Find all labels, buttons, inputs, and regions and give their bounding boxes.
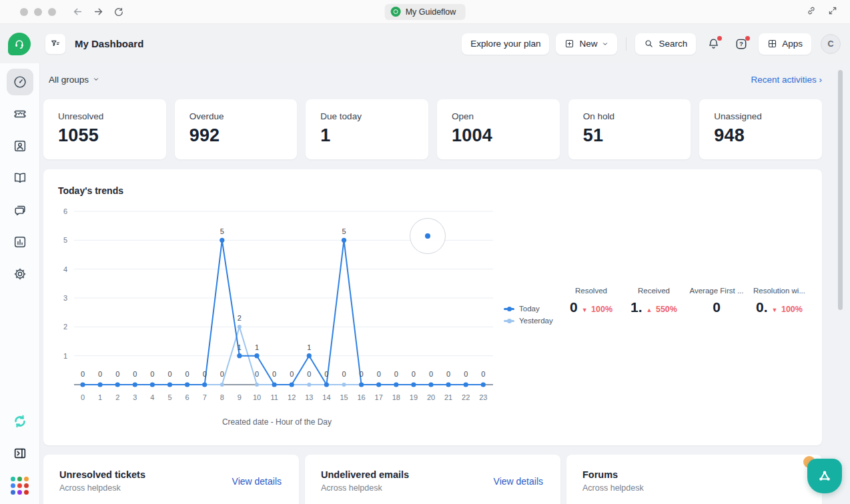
- svg-text:14: 14: [322, 393, 330, 401]
- notifications-button[interactable]: [703, 33, 724, 55]
- bottom-card[interactable]: ForumsAcross helpdesk: [566, 455, 822, 504]
- share-link-icon[interactable]: [806, 5, 817, 19]
- svg-text:5: 5: [63, 236, 67, 244]
- back-icon[interactable]: [72, 6, 83, 17]
- forward-icon[interactable]: [93, 6, 104, 17]
- svg-text:1: 1: [238, 343, 242, 351]
- apps-button[interactable]: Apps: [759, 33, 811, 55]
- arrow-down-icon: ▼: [772, 307, 778, 313]
- stat-card-label: On hold: [583, 111, 677, 121]
- stat-card[interactable]: On hold51: [568, 99, 691, 159]
- groups-dropdown[interactable]: All groups: [49, 75, 99, 85]
- apps-grid-icon: [767, 39, 777, 49]
- svg-text:0: 0: [220, 370, 224, 378]
- svg-text:0: 0: [307, 370, 311, 378]
- stat-card[interactable]: Due today1: [306, 99, 428, 159]
- notification-badge: [717, 36, 722, 41]
- trend-metrics: Resolved0▼ 100%Received1.▲ 550%Average F…: [563, 287, 807, 315]
- groups-label: All groups: [49, 75, 89, 85]
- metric-change: ▼ 100%: [772, 305, 803, 314]
- svg-text:2: 2: [63, 323, 67, 331]
- sidebar-item-sync[interactable]: [7, 408, 33, 435]
- sidebar-item-expand-panel[interactable]: [7, 440, 33, 467]
- bottom-card-subtitle: Across helpdesk: [582, 483, 644, 493]
- sidebar-item-dashboard[interactable]: [7, 69, 33, 95]
- book-icon: [13, 171, 27, 185]
- svg-text:4: 4: [63, 265, 67, 273]
- browser-tab[interactable]: My Guideflow: [385, 4, 466, 20]
- view-details-link[interactable]: View details: [494, 476, 543, 487]
- svg-text:21: 21: [444, 393, 452, 401]
- apps-label: Apps: [782, 39, 803, 49]
- svg-text:0: 0: [115, 370, 119, 378]
- legend-item[interactable]: Today: [504, 305, 553, 313]
- vertical-scrollbar[interactable]: [838, 70, 843, 310]
- svg-text:0: 0: [324, 370, 328, 378]
- filter-icon: [50, 39, 61, 49]
- stat-card-value: 948: [714, 125, 807, 146]
- svg-text:5: 5: [220, 227, 224, 235]
- freshdesk-logo[interactable]: [8, 33, 31, 55]
- svg-text:0: 0: [429, 370, 433, 378]
- sidebar-item-admin[interactable]: [7, 261, 33, 287]
- legend-item[interactable]: Yesterday: [504, 317, 553, 325]
- view-details-link[interactable]: View details: [232, 476, 282, 487]
- stat-card[interactable]: Unresolved1055: [43, 99, 166, 159]
- sidebar-item-app-switcher[interactable]: [7, 472, 33, 499]
- svg-text:0: 0: [98, 370, 102, 378]
- metric-label: Average First ...: [689, 287, 745, 295]
- svg-text:11: 11: [270, 393, 278, 401]
- window-dot[interactable]: [20, 8, 28, 16]
- explore-plan-button[interactable]: Explore your plan: [462, 33, 549, 55]
- svg-text:19: 19: [410, 393, 418, 401]
- svg-text:6: 6: [185, 393, 189, 401]
- help-button[interactable]: ?: [731, 33, 752, 55]
- plus-square-icon: [564, 39, 574, 49]
- dashboard-filter-button[interactable]: [45, 34, 65, 54]
- search-label: Search: [659, 39, 687, 49]
- svg-text:1: 1: [98, 393, 102, 401]
- svg-text:1: 1: [307, 343, 311, 351]
- stat-card[interactable]: Overdue992: [175, 99, 298, 159]
- page-title: My Dashboard: [75, 38, 143, 49]
- stat-card-label: Open: [452, 111, 545, 121]
- reload-icon[interactable]: [113, 7, 124, 17]
- svg-text:0: 0: [185, 370, 189, 378]
- svg-text:0: 0: [412, 370, 416, 378]
- bottom-card[interactable]: Undelivered emailsAcross helpdeskView de…: [305, 455, 560, 504]
- stat-card-value: 1004: [452, 125, 545, 146]
- svg-text:0: 0: [255, 370, 259, 378]
- stats-row: Unresolved1055Overdue992Due today1Open10…: [43, 99, 822, 159]
- svg-text:0: 0: [342, 370, 346, 378]
- user-avatar[interactable]: C: [821, 34, 841, 54]
- bottom-card-title: Undelivered emails: [321, 469, 409, 480]
- metric-value: 0: [713, 299, 721, 315]
- svg-text:0: 0: [446, 370, 450, 378]
- window-dot[interactable]: [34, 8, 42, 16]
- search-button[interactable]: Search: [635, 33, 696, 55]
- legend-label: Yesterday: [519, 317, 553, 325]
- svg-text:17: 17: [375, 393, 383, 401]
- svg-text:0: 0: [133, 370, 137, 378]
- stat-card-value: 1: [320, 125, 414, 146]
- sidebar-item-tickets[interactable]: [7, 101, 33, 127]
- svg-text:6: 6: [63, 207, 67, 215]
- legend-marker: [504, 320, 514, 322]
- new-button[interactable]: New: [556, 33, 617, 55]
- sidebar-item-analytics[interactable]: [7, 229, 33, 255]
- svg-text:2: 2: [238, 314, 242, 322]
- window-dot[interactable]: [48, 8, 56, 16]
- sidebar-item-forums[interactable]: [7, 197, 33, 223]
- bottom-card[interactable]: Unresolved ticketsAcross helpdeskView de…: [43, 455, 299, 504]
- sidebar-item-contacts[interactable]: [7, 133, 33, 159]
- window-controls[interactable]: [20, 8, 56, 16]
- recent-activities-link[interactable]: Recent activities ›: [751, 75, 822, 85]
- svg-text:0: 0: [81, 393, 85, 401]
- fullscreen-icon[interactable]: [827, 5, 838, 19]
- stat-card[interactable]: Open1004: [437, 99, 560, 159]
- freshworks-widget-button[interactable]: [807, 459, 842, 493]
- metric-label: Resolved: [563, 287, 619, 295]
- sidebar-item-solutions[interactable]: [7, 165, 33, 191]
- stat-card[interactable]: Unassigned948: [699, 99, 822, 159]
- svg-text:4: 4: [150, 393, 154, 401]
